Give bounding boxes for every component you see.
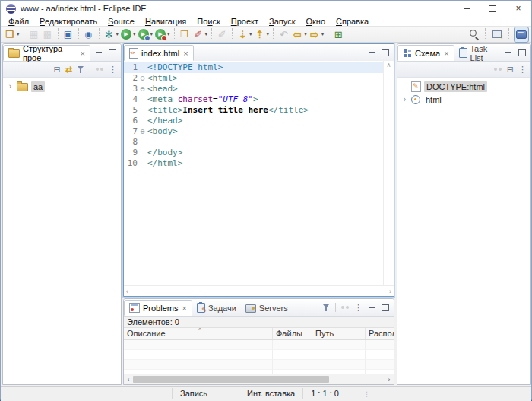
tab-index-html[interactable]: index.html × [124,45,194,61]
code-editor[interactable]: 1<!DOCTYPE html>2⊖<html>3⊖<head>4<meta c… [124,61,394,296]
new-wizard-button[interactable]: ❏▾ [3,27,21,42]
problems-horizontal-scrollbar[interactable]: ‹ › [124,374,394,384]
code-line-3[interactable]: 3⊖<head> [124,84,383,94]
code-line-2[interactable]: 2⊖<html> [124,73,383,84]
scrollbar-thumb[interactable] [133,376,329,383]
column-header-Располо[interactable]: Располо [366,328,394,339]
maximize-panel-icon[interactable] [518,48,527,57]
menu-item-Редактировать[interactable]: Редактировать [34,17,103,26]
scroll-right-icon[interactable]: › [389,288,391,295]
view-menu-icon[interactable]: ⋮ [354,303,363,313]
profile-button[interactable]: ▶▾ [154,27,171,42]
collapse-all-icon[interactable]: ⊟ [54,65,61,75]
dropdown-arrow-icon[interactable]: ▾ [17,31,20,37]
menu-item-Файл[interactable]: Файл [3,17,34,26]
editor-vertical-scrollbar[interactable]: ∧ [383,61,394,285]
close-tab-icon[interactable]: × [444,49,448,58]
column-header-Файлы[interactable]: Файлы [273,328,312,339]
code-line-7[interactable]: 7⊖<body> [124,126,383,137]
dropdown-arrow-icon[interactable]: ▾ [249,31,252,37]
menu-item-Справка[interactable]: Справка [331,17,374,26]
external-tools-button[interactable]: ✐▾ [192,27,209,42]
close-tab-icon[interactable]: × [182,304,186,313]
scroll-left-icon[interactable]: ‹ [126,288,128,295]
dropdown-arrow-icon[interactable]: ▾ [304,31,307,37]
maximize-panel-icon[interactable] [108,48,117,57]
filter-icon[interactable] [322,304,331,312]
minimize-panel-icon[interactable] [367,48,376,57]
menu-item-Поиск[interactable]: Поиск [192,17,226,26]
filter-icon[interactable] [77,65,85,74]
pin-editor-button[interactable]: ⊞ [331,27,345,42]
expand-chevron-icon[interactable]: › [401,95,408,103]
code-line-10[interactable]: 10</html> [124,158,383,169]
close-tab-icon[interactable]: × [81,49,85,58]
menu-item-Проект[interactable]: Проект [226,17,264,26]
debug-config-button[interactable]: ✻▾ [103,27,120,42]
column-header-Описание[interactable]: Описание∧ [124,328,273,339]
prev-annotation-button[interactable]: ⇡▾ [253,27,271,42]
open-console-button[interactable]: ▣ [62,27,75,42]
forward-button[interactable]: ⇨▾ [308,27,325,42]
menu-item-Запуск[interactable]: Запуск [264,17,300,26]
collapse-all-icon[interactable]: ⊟ [507,65,514,75]
web-perspective-button[interactable] [514,27,529,43]
dropdown-arrow-icon[interactable]: ▾ [133,31,136,37]
scroll-right-icon[interactable]: › [385,376,394,383]
close-window-icon[interactable]: × [505,1,531,16]
dropdown-arrow-icon[interactable]: ▾ [267,31,270,37]
dropdown-arrow-icon[interactable]: ▾ [116,31,119,37]
tab-outline[interactable]: Схема× [397,45,454,61]
maximize-panel-icon[interactable] [381,48,390,57]
run-button[interactable]: ▶▾ [119,27,137,42]
fold-marker-icon[interactable]: ⊖ [138,126,147,137]
view-menu-icon[interactable]: ⋮ [109,65,117,75]
expand-chevron-icon[interactable]: › [7,82,14,91]
menu-item-Навигация[interactable]: Навигация [140,17,192,26]
tab-tasklist[interactable]: Task List [454,45,500,61]
minimize-window-icon[interactable] [454,1,480,16]
inspect-button[interactable]: ◉ [82,27,96,42]
tab-tasks[interactable]: Задачи [192,300,241,316]
search-button[interactable] [467,27,480,42]
code-line-4[interactable]: 4<meta charset="UTF-8"> [124,94,383,105]
menu-item-Окно[interactable]: Окно [300,17,331,26]
tree-item-aa[interactable]: ›aa [3,80,121,93]
scroll-left-icon[interactable]: ‹ [124,376,133,383]
code-line-6[interactable]: 6</head> [124,116,383,126]
code-line-8[interactable]: 8 [124,137,383,148]
dropdown-arrow-icon[interactable]: ▾ [167,31,170,37]
code-line-9[interactable]: 9</body> [124,148,383,158]
open-resource-button[interactable]: ❐ [178,27,192,42]
code-line-1[interactable]: 1<!DOCTYPE html> [124,62,383,73]
menu-item-Source[interactable]: Source [103,17,140,26]
next-annotation-button[interactable]: ⇣▾ [236,27,253,42]
run-on-server-button[interactable]: ▶▾ [137,27,154,42]
back-button[interactable]: ⇦▾ [290,27,308,42]
open-perspective-button[interactable] [490,27,504,42]
dropdown-arrow-icon[interactable]: ▾ [205,31,208,37]
dropdown-arrow-icon[interactable]: ▾ [150,31,154,37]
view-menu-icon[interactable]: ⋮ [518,65,527,75]
code-lines[interactable]: 1<!DOCTYPE html>2⊖<html>3⊖<head>4<meta c… [124,61,383,285]
minimize-panel-icon[interactable] [94,48,103,57]
tree-item-DOCTYPE:html[interactable]: DOCTYPE:html [397,80,530,93]
fold-marker-icon[interactable]: ⊖ [138,73,147,84]
tab-problems[interactable]: Problems× [124,300,192,316]
close-tab-icon[interactable]: × [183,49,188,58]
column-header-Путь[interactable]: Путь [312,328,366,339]
editor-horizontal-scrollbar[interactable]: ‹ › [124,285,394,296]
element-icon [411,95,420,104]
link-with-editor-icon[interactable]: ⇄ [65,65,72,75]
maximize-panel-icon[interactable] [381,303,390,312]
tree-item-html[interactable]: ›html [397,93,530,106]
code-line-5[interactable]: 5<title>Insert title here</title> [124,105,383,116]
dropdown-arrow-icon[interactable]: ▾ [321,31,325,37]
maximize-window-icon[interactable] [480,1,505,16]
fold-marker-icon[interactable]: ⊖ [138,84,147,94]
tab-servers[interactable]: Servers [241,300,293,316]
minimize-panel-icon[interactable] [367,303,376,312]
scroll-up-icon[interactable]: ∧ [387,62,391,68]
minimize-panel-icon[interactable] [504,48,513,57]
tab-project-explorer[interactable]: Структура прое × [3,45,90,61]
